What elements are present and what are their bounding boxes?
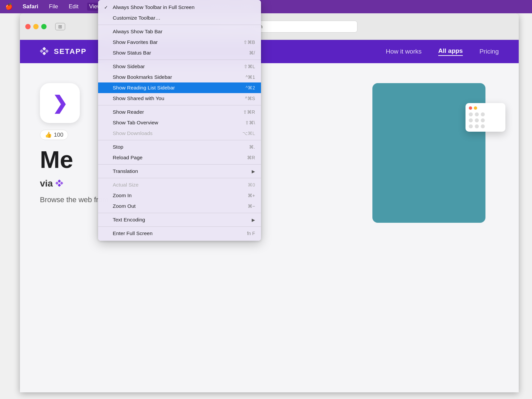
hero-via-text: via [40, 178, 53, 189]
menu-item-zoom-out-left: Zoom Out [104, 203, 136, 209]
setapp-logo-icon [40, 46, 51, 57]
nav-pricing[interactable]: Pricing [479, 48, 499, 55]
separator-2 [98, 60, 261, 60]
menu-item-show-reader-left: Show Reader [104, 109, 144, 115]
shortcut-actual-size: ⌘0 [248, 182, 255, 188]
separator-4 [98, 140, 261, 140]
menu-item-always-show-tab-bar[interactable]: Always Show Tab Bar [98, 26, 261, 37]
menu-item-enter-full-screen[interactable]: Enter Full Screen fn F [98, 228, 261, 239]
menu-item-actual-size[interactable]: Actual Size ⌘0 [98, 180, 261, 190]
site-hero: ❯ 👍 100 Me via [20, 63, 519, 243]
menu-label-always-show-tab-bar: Always Show Tab Bar [113, 29, 163, 35]
svg-rect-2 [40, 49, 44, 53]
browser-window: ⊞ 🔒 setapp.com SETAPP How it works All a… [20, 13, 519, 392]
app-chevron-icon: ❯ [52, 92, 67, 114]
menu-item-show-downloads-left: Show Downloads [104, 130, 153, 136]
svg-rect-5 [58, 184, 61, 187]
mini-grid-dot [475, 118, 479, 122]
mini-dot-grid [469, 112, 502, 128]
menu-item-show-bookmarks-sidebar-left: Show Bookmarks Sidebar [104, 74, 172, 80]
menu-item-show-sidebar[interactable]: Show Sidebar ⇧⌘L [98, 61, 261, 72]
site-nav: SETAPP How it works All apps Pricing [20, 40, 519, 63]
site-logo[interactable]: SETAPP [40, 46, 86, 57]
menu-item-stop-left: Stop [104, 144, 123, 150]
menu-item-translation-left: Translation [104, 168, 138, 174]
menu-label-translation: Translation [113, 168, 138, 174]
menu-item-stop[interactable]: Stop ⌘. [98, 142, 261, 152]
menu-item-show-shared-left: Show Shared with You [104, 95, 164, 101]
menu-item-show-bookmarks-sidebar[interactable]: Show Bookmarks Sidebar ^⌘1 [98, 72, 261, 82]
menu-item-reload-page-left: Reload Page [104, 155, 143, 161]
logo-text: SETAPP [54, 47, 86, 56]
menu-label-stop: Stop [113, 144, 123, 150]
menu-label-show-shared: Show Shared with You [113, 95, 164, 101]
menu-item-show-reading-list-sidebar-left: Show Reading List Sidebar [104, 85, 175, 91]
menu-item-customize-toolbar[interactable]: Customize Toolbar… [98, 13, 261, 23]
menu-label-zoom-out: Zoom Out [113, 203, 136, 209]
close-button[interactable] [25, 24, 31, 29]
hero-right [372, 83, 499, 223]
shortcut-show-reader: ⇧⌘R [243, 109, 255, 115]
menu-label-show-tab-overview: Show Tab Overview [113, 120, 158, 126]
apple-icon[interactable]: 🍎 [5, 3, 13, 10]
menu-label-text-encoding: Text Encoding [113, 217, 145, 223]
shortcut-show-status-bar: ⌘/ [249, 50, 255, 56]
svg-rect-4 [58, 180, 61, 183]
menu-label-show-favorites-bar: Show Favorites Bar [113, 39, 158, 45]
shortcut-show-sidebar: ⇧⌘L [244, 64, 255, 69]
menu-item-zoom-in[interactable]: Zoom In ⌘+ [98, 190, 261, 201]
menu-label-actual-size: Actual Size [113, 182, 139, 188]
menu-item-show-shared[interactable]: Show Shared with You ^⌘S [98, 93, 261, 104]
mini-grid-dot [481, 118, 485, 122]
shortcut-enter-full-screen: fn F [247, 231, 255, 236]
mini-grid-dot [481, 124, 485, 128]
menu-bar: 🍎 Safari File Edit View History Bookmark… [0, 0, 532, 13]
menu-item-text-encoding[interactable]: Text Encoding ▶ [98, 214, 261, 225]
rating-number: 100 [54, 132, 63, 138]
menubar-file[interactable]: File [47, 3, 60, 11]
app-icon-large: ❯ [40, 83, 80, 123]
menubar-edit[interactable]: Edit [67, 3, 80, 11]
menu-item-show-reading-list-sidebar[interactable]: Show Reading List Sidebar ^⌘2 [98, 82, 261, 93]
mini-grid-dot [469, 118, 473, 122]
shortcut-reload-page: ⌘R [247, 155, 255, 160]
view-menu-dropdown[interactable]: ✓ Always Show Toolbar in Full Screen Cus… [98, 0, 261, 241]
shortcut-show-bookmarks-sidebar: ^⌘1 [246, 74, 255, 80]
menubar-safari[interactable]: Safari [21, 3, 40, 11]
menu-item-show-favorites-bar[interactable]: Show Favorites Bar ⇧⌘B [98, 37, 261, 48]
menu-item-show-favorites-bar-left: Show Favorites Bar [104, 39, 158, 45]
submenu-arrow-translation: ▶ [252, 169, 255, 174]
menu-item-always-show-toolbar[interactable]: ✓ Always Show Toolbar in Full Screen [98, 2, 261, 13]
menu-item-text-encoding-left: Text Encoding [104, 217, 145, 223]
menu-item-always-show-tab-bar-left: Always Show Tab Bar [104, 29, 163, 35]
menu-item-translation[interactable]: Translation ▶ [98, 166, 261, 177]
menu-label-show-sidebar: Show Sidebar [113, 64, 145, 69]
mini-close [469, 106, 472, 110]
menu-item-show-status-bar[interactable]: Show Status Bar ⌘/ [98, 48, 261, 58]
menu-item-reload-page[interactable]: Reload Page ⌘R [98, 152, 261, 163]
menu-label-show-status-bar: Show Status Bar [113, 50, 151, 56]
maximize-button[interactable] [41, 24, 47, 29]
nav-all-apps[interactable]: All apps [438, 47, 463, 56]
mini-window [466, 103, 505, 132]
minimize-button[interactable] [33, 24, 39, 29]
shortcut-show-reading-list-sidebar: ^⌘2 [246, 85, 255, 90]
shortcut-zoom-out: ⌘− [248, 203, 255, 209]
menu-label-reload-page: Reload Page [113, 155, 143, 161]
nav-how-it-works[interactable]: How it works [386, 48, 422, 55]
sidebar-toggle-button[interactable]: ⊞ [55, 23, 65, 30]
separator-8 [98, 226, 261, 227]
shortcut-zoom-in: ⌘+ [248, 193, 255, 198]
thumbs-up-icon: 👍 [45, 131, 52, 138]
svg-rect-1 [42, 52, 46, 55]
traffic-lights [25, 24, 47, 29]
separator-1 [98, 25, 261, 25]
menu-label-customize-toolbar: Customize Toolbar… [113, 15, 161, 21]
site-nav-links: How it works All apps Pricing [386, 47, 499, 56]
menu-item-show-reader[interactable]: Show Reader ⇧⌘R [98, 107, 261, 117]
menu-item-show-downloads[interactable]: Show Downloads ⌥⌘L [98, 128, 261, 139]
menu-item-show-status-bar-left: Show Status Bar [104, 50, 151, 56]
menu-item-zoom-out[interactable]: Zoom Out ⌘− [98, 201, 261, 211]
browser-chrome: ⊞ 🔒 setapp.com [20, 13, 519, 40]
menu-item-show-tab-overview[interactable]: Show Tab Overview ⇧⌘\ [98, 117, 261, 128]
